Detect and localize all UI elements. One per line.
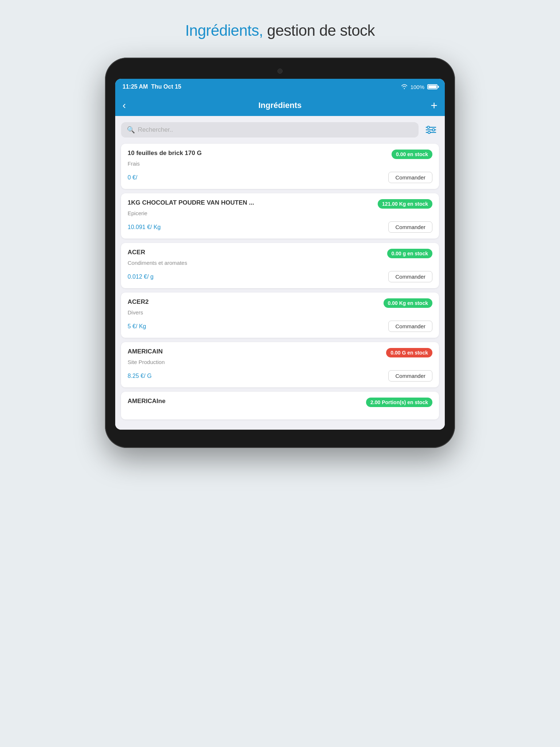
card-top: 10 feuilles de brick 170 G 0.00 en stock [128, 150, 432, 159]
card-price: 8.25 €/ G [128, 373, 152, 379]
ingredient-name: 10 feuilles de brick 170 G [128, 150, 387, 157]
ingredient-card: AMERICAIne 2.00 Portion(s) en stock [121, 392, 439, 419]
device-screen: 11:25 AM Thu Oct 15 100% ‹ Ingrédients [115, 79, 445, 430]
ingredient-name: ACER [128, 249, 383, 256]
page-title: Ingrédients, gestion de stock [185, 22, 375, 39]
ingredient-card: 10 feuilles de brick 170 G 0.00 en stock… [121, 144, 439, 189]
filter-icon [425, 125, 436, 134]
commander-button[interactable]: Commander [388, 271, 432, 282]
ingredient-category: Divers [128, 309, 432, 316]
status-bar: 11:25 AM Thu Oct 15 100% [115, 79, 445, 95]
ingredient-name: AMERICAIne [128, 398, 362, 405]
battery-fill [428, 85, 436, 88]
nav-bar: ‹ Ingrédients + [115, 95, 445, 116]
card-bottom: 8.25 €/ G Commander [128, 370, 432, 382]
ingredient-category: Site Production [128, 359, 432, 365]
stock-badge: 0.00 Kg en stock [384, 298, 433, 308]
wifi-icon [401, 84, 408, 89]
card-top: AMERICAIN 0.00 G en stock [128, 348, 432, 357]
add-button[interactable]: + [424, 99, 438, 112]
card-price: 10.091 €/ Kg [128, 224, 161, 231]
search-icon: 🔍 [127, 126, 135, 134]
content-area: 🔍 Rechercher.. 10 feuilles de [115, 116, 445, 430]
search-input[interactable]: Rechercher.. [138, 126, 173, 133]
commander-button[interactable]: Commander [388, 172, 432, 183]
svg-point-4 [432, 129, 435, 131]
search-container: 🔍 Rechercher.. [121, 122, 439, 138]
commander-button[interactable]: Commander [388, 370, 432, 382]
commander-button[interactable]: Commander [388, 221, 432, 233]
card-bottom: 5 €/ Kg Commander [128, 321, 432, 332]
card-price: 5 €/ Kg [128, 323, 146, 330]
card-bottom: 0.012 €/ g Commander [128, 271, 432, 282]
card-top: 1KG CHOCOLAT POUDRE VAN HOUTEN ... 121.0… [128, 199, 432, 209]
card-top: AMERICAIne 2.00 Portion(s) en stock [128, 398, 432, 407]
ingredient-category: Frais [128, 160, 432, 167]
ingredient-name: AMERICAIN [128, 348, 382, 355]
back-button[interactable]: ‹ [122, 100, 136, 111]
stock-badge: 121.00 Kg en stock [378, 199, 432, 209]
stock-badge: 0.00 en stock [392, 150, 432, 159]
card-top: ACER2 0.00 Kg en stock [128, 298, 432, 308]
nav-title: Ingrédients [258, 101, 302, 110]
status-time: 11:25 AM Thu Oct 15 [122, 84, 181, 90]
ingredient-category: Epicerie [128, 210, 432, 216]
stock-badge: 0.00 G en stock [386, 348, 432, 357]
device-camera [277, 69, 283, 74]
stock-badge: 2.00 Portion(s) en stock [366, 398, 432, 407]
card-top: ACER 0.00 g en stock [128, 249, 432, 258]
ingredient-name: 1KG CHOCOLAT POUDRE VAN HOUTEN ... [128, 199, 373, 206]
battery-container [427, 84, 438, 89]
ingredient-name: ACER2 [128, 298, 379, 306]
card-bottom: 0 €/ Commander [128, 172, 432, 183]
commander-button[interactable]: Commander [388, 321, 432, 332]
ingredient-category: Condiments et aromates [128, 260, 432, 266]
search-input-wrapper[interactable]: 🔍 Rechercher.. [121, 122, 419, 138]
card-price: 0 €/ [128, 174, 137, 181]
svg-point-3 [427, 126, 429, 128]
svg-point-5 [428, 131, 430, 133]
page-title-rest: gestion de stock [263, 22, 375, 39]
battery-icon [427, 84, 438, 89]
ingredient-card: ACER2 0.00 Kg en stock Divers 5 €/ Kg Co… [121, 293, 439, 338]
ingredient-card: 1KG CHOCOLAT POUDRE VAN HOUTEN ... 121.0… [121, 193, 439, 239]
ingredient-card: ACER 0.00 g en stock Condiments et aroma… [121, 243, 439, 288]
card-bottom: 10.091 €/ Kg Commander [128, 221, 432, 233]
page-title-colored: Ingrédients, [185, 22, 263, 39]
battery-percent: 100% [411, 84, 424, 90]
stock-badge: 0.00 g en stock [387, 249, 432, 258]
filter-button[interactable] [423, 122, 439, 138]
device-frame: 11:25 AM Thu Oct 15 100% ‹ Ingrédients [105, 58, 455, 448]
ingredient-card: AMERICAIN 0.00 G en stock Site Productio… [121, 342, 439, 387]
card-price: 0.012 €/ g [128, 274, 153, 280]
cards-container: 10 feuilles de brick 170 G 0.00 en stock… [121, 144, 439, 419]
status-right: 100% [401, 84, 438, 90]
